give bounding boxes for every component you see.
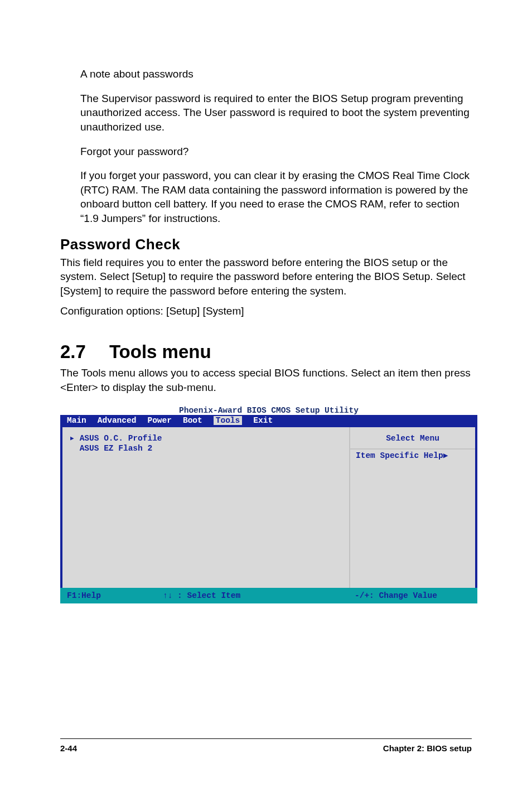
bios-item-oc-profile[interactable]: ▶ ASUS O.C. Profile (70, 434, 341, 443)
bios-menu-tools[interactable]: Tools (214, 416, 243, 425)
bios-item-specific-help: Item Specific Help (356, 451, 443, 460)
note-title-forgot: Forgot your password? (60, 144, 472, 159)
bios-footer-bar: F1:Help ↑↓ : Select Item -/+: Change Val… (60, 588, 477, 603)
bios-item-label: ASUS EZ Flash 2 (80, 444, 153, 453)
bios-foot-select-text: : Select Item (172, 591, 240, 600)
bios-screenshot: Phoenix-Award BIOS CMOS Setup Utility Ma… (60, 405, 477, 603)
section-number: 2.7 (60, 341, 86, 363)
bios-items-pane: ▶ ASUS O.C. Profile ▶ ASUS EZ Flash 2 (62, 427, 350, 588)
updown-arrow-icon: ↑↓ (163, 591, 172, 600)
bios-select-menu-label: Select Menu (356, 434, 470, 443)
bios-item-label: ASUS O.C. Profile (80, 434, 162, 443)
section-body: The Tools menu allows you to access spec… (60, 366, 472, 394)
page-footer: 2-44 Chapter 2: BIOS setup (60, 738, 472, 753)
bios-foot-select: ↑↓ : Select Item (163, 591, 346, 600)
bios-help-pane: Select Menu Item Specific Help▶ (350, 427, 475, 588)
page-number: 2-44 (60, 743, 77, 753)
section-heading: 2.7 Tools menu (60, 341, 472, 363)
bios-foot-help: F1:Help (67, 591, 163, 600)
section-title: Tools menu (109, 341, 211, 363)
chevron-right-icon: ▶ (443, 451, 448, 460)
bios-menu-power[interactable]: Power (147, 416, 172, 425)
bios-foot-change: -/+: Change Value (346, 591, 471, 600)
bios-title-bar: Phoenix-Award BIOS CMOS Setup Utility (60, 405, 477, 415)
note-body-passwords: The Supervisor password is required to e… (60, 91, 472, 134)
bios-menu-bar: Main Advanced Power Boot Tools Exit (60, 415, 477, 427)
submenu-arrow-icon: ▶ (70, 434, 74, 442)
bios-menu-main[interactable]: Main (67, 416, 86, 425)
bios-help-divider (350, 448, 475, 450)
chapter-label: Chapter 2: BIOS setup (383, 743, 472, 753)
bios-menu-exit[interactable]: Exit (253, 416, 273, 425)
password-check-config: Configuration options: [Setup] [System] (60, 304, 472, 318)
bios-item-ez-flash[interactable]: ▶ ASUS EZ Flash 2 (70, 444, 341, 453)
note-title-passwords: A note about passwords (60, 67, 472, 81)
bios-menu-boot[interactable]: Boot (183, 416, 202, 425)
password-check-heading: Password Check (60, 236, 472, 253)
password-check-body: This field requires you to enter the pas… (60, 255, 472, 298)
note-body-forgot: If you forget your password, you can cle… (60, 168, 472, 226)
bios-menu-advanced[interactable]: Advanced (98, 416, 137, 425)
